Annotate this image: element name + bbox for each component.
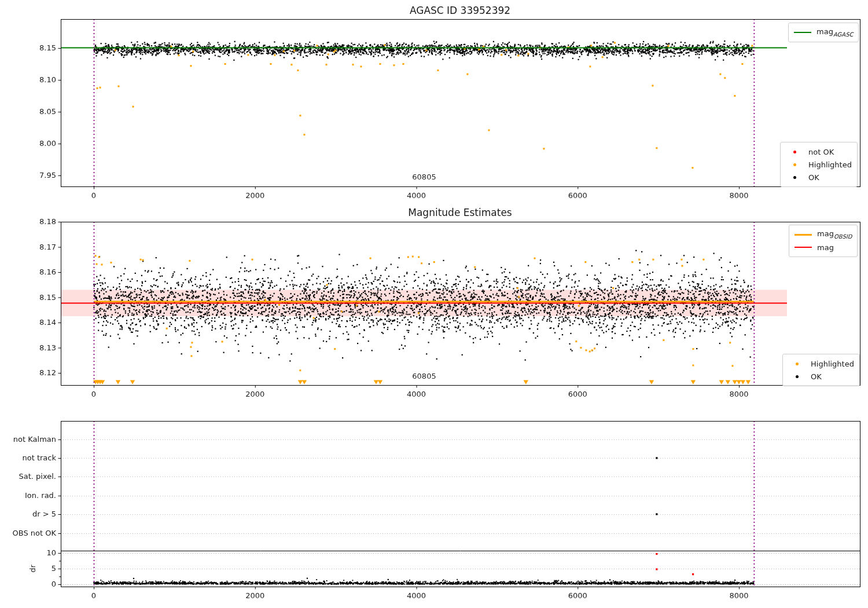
legend-label: OK [811, 372, 822, 381]
x-tick-label: 2000 [229, 591, 281, 600]
y-tick-label: 8.10 [0, 75, 56, 85]
legend-marker [794, 32, 811, 33]
flag-tick-label: not track [0, 453, 56, 463]
legend-entry: OK [785, 171, 852, 184]
plot-title-middle: Magnitude Estimates [286, 207, 634, 218]
legend-label: magAGASC [816, 27, 853, 38]
x-tick-label: 4000 [391, 191, 443, 200]
y-tick-label: 8.16 [0, 268, 56, 277]
legend-middle-points: HighlightedOK [782, 354, 860, 386]
legend-label: not OK [808, 148, 834, 156]
x-tick-label: 6000 [551, 390, 604, 399]
x-tick-label: 8000 [713, 591, 765, 600]
x-tick-label: 2000 [229, 390, 281, 399]
y-tick-label: 8.18 [0, 217, 56, 226]
legend-marker [795, 234, 812, 236]
legend-mag-lines: magOBSIDmag [789, 225, 858, 257]
dr-tick-label: 10 [0, 548, 56, 558]
legend-line-sample [793, 234, 813, 236]
legend-label: magOBSID [817, 229, 852, 240]
legend-line-sample [793, 247, 813, 248]
legend-label: Highlighted [808, 160, 852, 169]
legend-marker [793, 176, 796, 179]
flag-tick-label: Sat. pixel. [0, 472, 56, 481]
y-tick-label: 8.12 [0, 368, 56, 378]
legend-top-points: not OKHighlightedOK [780, 142, 858, 187]
legend-marker [793, 163, 796, 166]
y-tick-label: 8.15 [0, 293, 56, 302]
legend-marker-icon [785, 151, 804, 153]
legend-entry: Highlighted [787, 357, 854, 370]
legend-label: OK [808, 173, 819, 182]
legend-entry: magAGASC [793, 26, 853, 39]
legend-mag-agasc: magAGASC [788, 23, 859, 42]
x-tick-label: 0 [68, 191, 120, 200]
x-tick-label: 6000 [551, 191, 604, 200]
legend-line-sample [793, 32, 812, 33]
y-tick-label: 7.95 [0, 171, 56, 180]
flag-tick-label: OBS not OK [0, 529, 56, 538]
legend-entry: not OK [785, 145, 852, 158]
y-tick-label: 8.14 [0, 318, 56, 327]
x-tick-label: 8000 [713, 191, 765, 200]
x-tick-label: 8000 [713, 390, 765, 399]
obsid-annotation-top: 60805 [389, 173, 459, 181]
x-tick-label: 6000 [551, 591, 604, 600]
legend-marker [796, 362, 799, 365]
x-tick-label: 2000 [229, 191, 281, 200]
legend-entry: OK [787, 370, 854, 383]
figure: AGASC ID 33952392 Magnitude Estimates 60… [0, 0, 868, 608]
y-tick-label: 8.05 [0, 107, 56, 116]
legend-label-subscript: OBSID [834, 233, 852, 240]
x-tick-label: 0 [68, 591, 120, 600]
legend-marker-icon [785, 176, 804, 179]
dr-axis-label: dr [28, 560, 38, 577]
x-tick-label: 4000 [391, 591, 443, 600]
flag-tick-label: Ion. rad. [0, 491, 56, 500]
legend-marker-icon [787, 362, 807, 365]
legend-marker [796, 375, 799, 378]
legend-marker-icon [785, 163, 804, 166]
obsid-annotation-middle: 60805 [389, 372, 459, 380]
legend-label-subscript: AGASC [833, 31, 854, 38]
plot-title-top: AGASC ID 33952392 [286, 5, 634, 16]
y-tick-label: 8.00 [0, 139, 56, 148]
legend-label: mag [817, 243, 834, 252]
x-tick-label: 0 [68, 390, 120, 399]
plots-canvas [0, 0, 868, 608]
x-tick-label: 4000 [391, 390, 443, 399]
legend-entry: magOBSID [793, 228, 852, 241]
legend-marker-icon [787, 375, 807, 378]
legend-label: Highlighted [811, 360, 854, 368]
y-tick-label: 8.15 [0, 43, 56, 53]
legend-marker [793, 151, 796, 153]
legend-entry: mag [793, 241, 852, 254]
flag-tick-label: dr > 5 [0, 510, 56, 519]
y-tick-label: 8.17 [0, 243, 56, 252]
flag-tick-label: not Kalman [0, 435, 56, 444]
legend-marker [795, 247, 812, 248]
y-tick-label: 8.13 [0, 343, 56, 353]
dr-tick-label: 0 [0, 580, 56, 589]
legend-entry: Highlighted [785, 158, 852, 171]
